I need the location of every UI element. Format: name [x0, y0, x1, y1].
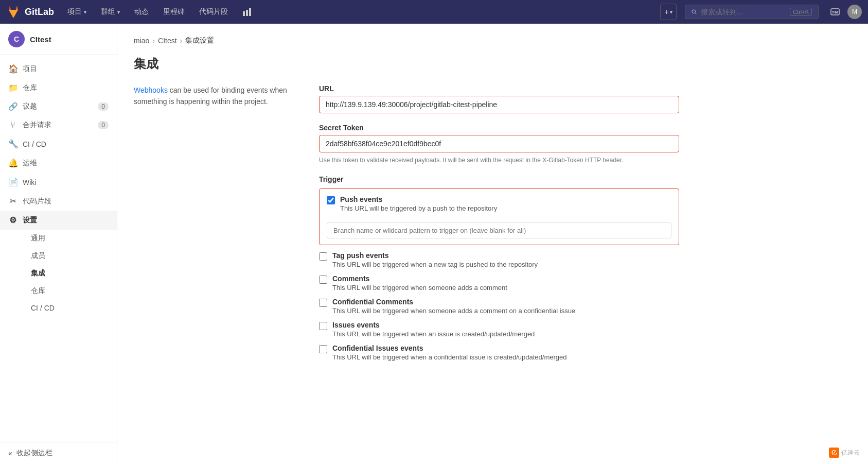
confidential-issues-events-checkbox[interactable]	[319, 345, 327, 353]
create-new-button[interactable]: +▾	[660, 4, 677, 20]
comments-text: Comments This URL will be triggered when…	[332, 274, 507, 291]
confidential-comments-title: Confidential Comments	[332, 298, 575, 306]
breadcrumb-sep-1: ›	[152, 37, 155, 45]
webhook-description: Webhooks can be used for binding events …	[134, 84, 298, 108]
home-icon: 🏠	[8, 64, 17, 74]
comments-title: Comments	[332, 274, 507, 283]
sidebar-item-wiki[interactable]: 📄 Wiki	[0, 173, 117, 192]
svg-rect-2	[249, 8, 251, 16]
breadcrumb: miao › CItest › 集成设置	[134, 36, 852, 45]
svg-rect-8	[837, 11, 838, 12]
confidential-comments-item: Confidential Comments This URL will be t…	[319, 298, 679, 315]
breadcrumb-citest[interactable]: CItest	[158, 37, 177, 45]
top-navigation: GitLab 项目 ▾ 群组 ▾ 动态 里程碑 代码片段 +▾ Ctrl+K	[0, 0, 868, 24]
sidebar-sub-integrations[interactable]: 集成	[23, 265, 117, 282]
project-header: C CItest	[0, 24, 117, 55]
sidebar-nav: 🏠 项目 📁 仓库 🔗 议题 0 ⑂ 合并请求 0 🔧 CI / CD	[0, 55, 117, 320]
sidebar-item-ops[interactable]: 🔔 运维	[0, 153, 117, 173]
sidebar-sub-cicd[interactable]: CI / CD	[23, 300, 117, 316]
issues-events-title: Issues events	[332, 321, 535, 329]
project-name: CItest	[30, 35, 51, 44]
search-box[interactable]: Ctrl+K	[685, 5, 819, 19]
issues-events-text: Issues events This URL will be triggered…	[332, 321, 535, 338]
sidebar-sub-members[interactable]: 成员	[23, 247, 117, 265]
sidebar-item-merge-requests[interactable]: ⑂ 合并请求 0	[0, 116, 117, 134]
breadcrumb-sep-2: ›	[180, 37, 183, 45]
tag-push-events-checkbox[interactable]	[319, 252, 327, 261]
sidebar-item-issues[interactable]: 🔗 议题 0	[0, 97, 117, 116]
issues-events-checkbox[interactable]	[319, 322, 327, 330]
merge-badge: 0	[98, 121, 109, 129]
push-events-title: Push events	[340, 195, 497, 203]
secret-token-input[interactable]	[319, 135, 679, 152]
settings-icon: ⚙	[8, 215, 17, 225]
watermark-text: 亿速云	[841, 449, 860, 457]
sidebar-sub-repository[interactable]: 仓库	[23, 282, 117, 300]
confidential-issues-events-desc: This URL will be triggered when a confid…	[332, 353, 567, 361]
search-input[interactable]	[701, 8, 786, 16]
main-content: miao › CItest › 集成设置 集成 Webhooks can be …	[117, 24, 868, 464]
nav-snippets[interactable]: 代码片段	[194, 5, 233, 19]
comments-item: Comments This URL will be triggered when…	[319, 274, 679, 291]
url-label: URL	[319, 84, 679, 93]
branch-pattern-input[interactable]	[327, 222, 671, 238]
sidebar-sub-general[interactable]: 通用	[23, 230, 117, 247]
gitlab-logo[interactable]: GitLab	[6, 5, 54, 19]
comments-desc: This URL will be triggered when someone …	[332, 284, 507, 291]
gitlab-text: GitLab	[25, 7, 54, 18]
trigger-field-group: Trigger Push events This URL will be tri…	[319, 175, 679, 361]
watermark: 亿 亿速云	[829, 448, 860, 458]
tag-push-events-desc: This URL will be triggered when a new ta…	[332, 261, 538, 268]
confidential-issues-events-item: Confidential Issues events This URL will…	[319, 344, 679, 361]
collapse-sidebar-button[interactable]: « 收起侧边栏	[0, 442, 117, 464]
nav-activity[interactable]: 动态	[129, 5, 154, 19]
page-title: 集成	[134, 56, 852, 72]
webhook-form: URL Secret Token Use this token to valid…	[319, 84, 679, 371]
nav-groups[interactable]: 群组 ▾	[96, 5, 125, 19]
secret-token-field-group: Secret Token Use this token to validate …	[319, 124, 679, 165]
push-events-checkbox[interactable]	[327, 196, 335, 204]
push-events-box: Push events This URL will be triggered b…	[319, 188, 679, 245]
tag-push-events-title: Tag push events	[332, 251, 538, 260]
sidebar: C CItest 🏠 项目 📁 仓库 🔗 议题 0 ⑂ 合并请求 0	[0, 24, 117, 464]
push-events-item: Push events This URL will be triggered b…	[327, 195, 671, 212]
keyboard-icon[interactable]	[827, 4, 843, 20]
cicd-icon: 🔧	[8, 139, 17, 149]
watermark-icon: 亿	[829, 448, 839, 458]
confidential-comments-checkbox[interactable]	[319, 299, 327, 307]
svg-line-4	[695, 13, 696, 14]
svg-point-3	[692, 10, 695, 13]
breadcrumb-current: 集成设置	[185, 36, 214, 45]
webhooks-link[interactable]: Webhooks	[134, 86, 168, 94]
tag-push-events-item: Tag push events This URL will be trigger…	[319, 251, 679, 268]
confidential-comments-text: Confidential Comments This URL will be t…	[332, 298, 575, 315]
sidebar-item-settings[interactable]: ⚙ 设置	[0, 211, 117, 230]
nav-milestones[interactable]: 里程碑	[158, 5, 190, 19]
issues-badge: 0	[98, 102, 109, 111]
sidebar-item-repository[interactable]: 📁 仓库	[0, 78, 117, 97]
snippets-icon: ✂	[8, 196, 17, 206]
comments-checkbox[interactable]	[319, 276, 327, 284]
wiki-icon: 📄	[8, 177, 17, 187]
secret-token-hint: Use this token to validate received payl…	[319, 156, 679, 165]
nav-projects[interactable]: 项目 ▾	[62, 5, 92, 19]
ops-icon: 🔔	[8, 158, 17, 168]
sidebar-item-project[interactable]: 🏠 项目	[0, 59, 117, 78]
breadcrumb-miao[interactable]: miao	[134, 37, 149, 45]
trigger-label: Trigger	[319, 175, 679, 183]
confidential-issues-events-text: Confidential Issues events This URL will…	[332, 344, 567, 361]
issues-events-desc: This URL will be triggered when an issue…	[332, 330, 535, 338]
user-avatar-icon[interactable]: M	[847, 5, 862, 19]
repository-icon: 📁	[8, 83, 17, 93]
secret-token-label: Secret Token	[319, 124, 679, 132]
nav-chart[interactable]	[237, 5, 257, 19]
sidebar-item-cicd[interactable]: 🔧 CI / CD	[0, 134, 117, 153]
svg-rect-0	[243, 11, 245, 16]
push-events-text: Push events This URL will be triggered b…	[340, 195, 497, 212]
left-description: Webhooks can be used for binding events …	[134, 84, 298, 371]
url-input[interactable]	[319, 96, 679, 113]
sidebar-item-snippets[interactable]: ✂ 代码片段	[0, 192, 117, 211]
svg-rect-11	[837, 12, 838, 13]
confidential-comments-desc: This URL will be triggered when someone …	[332, 307, 575, 315]
confidential-issues-events-title: Confidential Issues events	[332, 344, 567, 352]
